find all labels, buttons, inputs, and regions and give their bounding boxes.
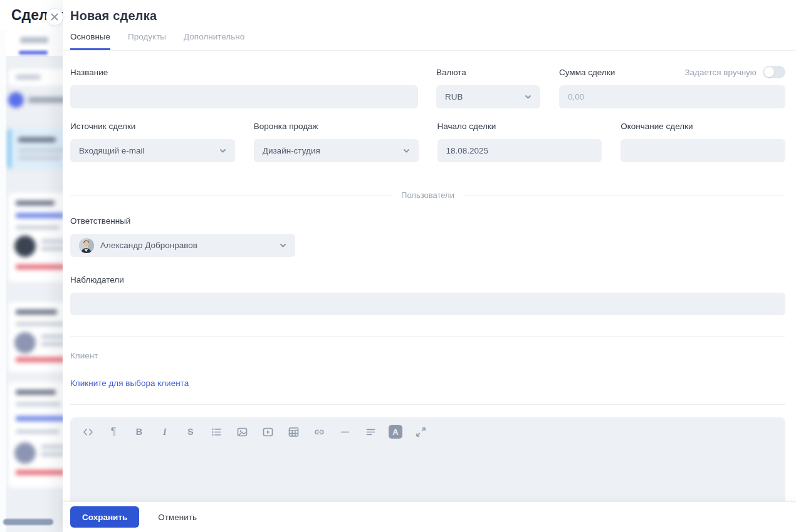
client-label: Клиент — [70, 350, 785, 361]
currency-value: RUB — [445, 92, 518, 102]
amount-input[interactable] — [559, 85, 785, 108]
manual-amount-label: Задается вручную — [684, 68, 757, 77]
end-date-label: Окончание сделки — [621, 121, 785, 132]
funnel-value: Дизайн-студия — [263, 146, 397, 155]
tab-main[interactable]: Основные — [70, 32, 110, 50]
paragraph-icon[interactable]: ¶ — [106, 424, 121, 439]
divider — [70, 404, 785, 405]
link-icon[interactable] — [312, 424, 327, 439]
modal-body: Название Валюта RUB Сумма сделки Задаетс… — [63, 67, 796, 524]
end-date-input[interactable] — [621, 139, 785, 162]
start-date-input[interactable] — [437, 139, 602, 162]
observers-input[interactable] — [70, 293, 785, 315]
modal-header: Новая сделка Основные Продукты Дополните… — [63, 0, 796, 51]
name-label: Название — [70, 67, 418, 78]
bg-scrollbar-thumb — [3, 519, 53, 525]
observers-label: Наблюдатели — [70, 274, 785, 285]
fill-color-icon[interactable]: A — [389, 425, 402, 439]
modal-footer: Сохранить Отменить — [63, 501, 796, 532]
source-value: Входящий e-mail — [79, 146, 213, 155]
funnel-label: Воронка продаж — [254, 121, 419, 132]
chevron-down-icon — [525, 93, 532, 100]
chevron-down-icon — [403, 147, 410, 154]
currency-label: Валюта — [436, 67, 540, 78]
responsible-avatar — [79, 238, 94, 253]
table-icon[interactable] — [286, 424, 301, 439]
select-client-link[interactable]: Кликните для выбора клиента — [70, 378, 189, 388]
chevron-down-icon — [219, 147, 226, 154]
bullet-list-icon[interactable] — [209, 424, 224, 439]
funnel-select[interactable]: Дизайн-студия — [254, 139, 419, 162]
responsible-select[interactable]: Александр Добронравов — [70, 234, 295, 257]
start-date-label: Начало сделки — [437, 121, 602, 132]
image-icon[interactable] — [234, 424, 249, 439]
toggle-knob — [764, 67, 774, 77]
cancel-button[interactable]: Отменить — [158, 513, 197, 522]
close-button[interactable] — [46, 8, 63, 26]
tab-products[interactable]: Продукты — [128, 32, 166, 50]
manual-amount-toggle[interactable] — [763, 66, 785, 78]
new-deal-modal: Новая сделка Основные Продукты Дополните… — [63, 0, 796, 532]
video-icon[interactable] — [260, 424, 275, 439]
code-icon[interactable] — [80, 424, 95, 439]
editor-toolbar: ¶ B I S — [70, 417, 785, 443]
modal-title: Новая сделка — [70, 9, 786, 23]
expand-icon[interactable] — [413, 424, 428, 439]
horizontal-rule-icon[interactable] — [337, 424, 352, 439]
name-input[interactable] — [70, 85, 418, 108]
tab-bar: Основные Продукты Дополнительно — [70, 32, 786, 50]
currency-select[interactable]: RUB — [436, 85, 540, 108]
responsible-label: Ответственный — [70, 216, 785, 226]
align-icon[interactable] — [363, 424, 378, 439]
bold-icon[interactable]: B — [132, 424, 147, 439]
strikethrough-icon[interactable]: S — [183, 424, 198, 439]
amount-label: Сумма сделки — [559, 67, 615, 78]
italic-icon[interactable]: I — [157, 424, 172, 439]
divider — [70, 336, 785, 336]
tab-additional[interactable]: Дополнительно — [184, 32, 244, 50]
source-select[interactable]: Входящий e-mail — [70, 139, 235, 162]
source-label: Источник сделки — [70, 121, 235, 132]
avatar-photo — [79, 238, 94, 253]
users-section-divider: Пользователи — [70, 190, 785, 200]
users-section-label: Пользователи — [392, 190, 463, 200]
responsible-value: Александр Добронравов — [100, 241, 273, 250]
bg-avatar — [8, 92, 24, 108]
chevron-down-icon — [280, 242, 286, 249]
close-icon — [51, 13, 58, 21]
save-button[interactable]: Сохранить — [70, 506, 139, 528]
